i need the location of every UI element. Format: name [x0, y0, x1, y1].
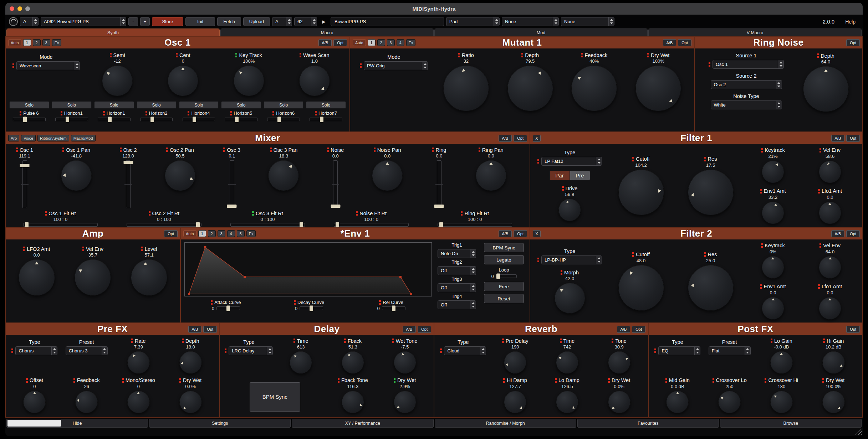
knob-dial[interactable] — [803, 66, 849, 112]
play-button[interactable]: ▶ — [319, 17, 328, 26]
knob-dial[interactable] — [61, 160, 92, 191]
knob-dial[interactable] — [504, 351, 526, 374]
osc3-level-slider[interactable] — [230, 160, 234, 208]
knob-dial[interactable] — [558, 199, 581, 221]
bottombar-favourites[interactable]: Favourites — [577, 419, 719, 428]
filter2-opt-button[interactable]: Opt — [846, 230, 860, 237]
env1-tab-3[interactable]: 3 — [218, 230, 225, 237]
mod-slot1-select[interactable]: None — [502, 17, 559, 26]
reverb-type-select[interactable]: Cloud — [444, 346, 486, 355]
knob-dial[interactable] — [75, 259, 111, 296]
knob-dial[interactable] — [822, 351, 845, 374]
attack-curve-slider[interactable] — [216, 306, 240, 310]
bottombar-randomise-morph[interactable]: Randomise / Morph — [435, 419, 576, 428]
knob-dial[interactable] — [127, 391, 150, 413]
mutant1-ab-button[interactable]: A/B — [663, 39, 676, 46]
postfx-preset-select[interactable]: Flat — [709, 346, 751, 355]
knob-dial[interactable] — [635, 66, 681, 111]
upload-button[interactable]: Upload — [243, 17, 270, 26]
knob-dial[interactable] — [168, 66, 198, 96]
patch-select[interactable]: A062: BowedPPG PS — [41, 17, 126, 26]
osc1-tab-1[interactable]: 1 — [23, 39, 31, 46]
knob-dial[interactable] — [179, 351, 202, 374]
osc1-route-slider[interactable] — [23, 223, 98, 227]
knob-dial[interactable] — [179, 391, 202, 413]
filter2-x-button[interactable]: X — [533, 230, 541, 237]
knob-dial[interactable] — [23, 391, 46, 413]
prefx-type-select[interactable]: Chorus — [15, 346, 57, 355]
reverb-opt-button[interactable]: Opt — [632, 326, 645, 333]
knob-dial[interactable] — [666, 391, 689, 413]
knob-dial[interactable] — [822, 391, 845, 413]
mutant1-tab-3[interactable]: 3 — [387, 39, 395, 46]
noise-type-select[interactable]: White — [711, 100, 782, 109]
tab-vmacro[interactable]: V-Macro — [648, 29, 862, 36]
wave6-solo-button[interactable]: Solo — [221, 101, 261, 109]
env1-reset-button[interactable]: Reset — [484, 294, 524, 303]
wave2-solo-button[interactable]: Solo — [52, 101, 92, 109]
wave4-slider[interactable] — [140, 118, 173, 121]
prefx-ab-button[interactable]: A/B — [188, 326, 202, 333]
knob-dial[interactable] — [819, 297, 841, 320]
osc2-level-slider[interactable] — [126, 160, 131, 208]
knob-dial[interactable] — [19, 259, 55, 296]
bottombar-settings[interactable]: Settings — [149, 419, 291, 428]
knob-dial[interactable] — [762, 297, 784, 320]
wave7-solo-button[interactable]: Solo — [264, 101, 303, 109]
mixer-tab-macro-mod[interactable]: Macro/Mod — [71, 135, 96, 141]
wave6-slider[interactable] — [225, 118, 257, 121]
knob-dial[interactable] — [75, 391, 98, 413]
source1-select[interactable]: Osc 1 — [713, 60, 784, 69]
noise-route-slider[interactable] — [334, 223, 408, 227]
knob-dial[interactable] — [131, 259, 167, 296]
bottombar-xy-performance[interactable]: XY / Performance — [292, 419, 433, 428]
knob-dial[interactable] — [342, 351, 364, 374]
filter1-pre-button[interactable]: Pre — [570, 171, 590, 180]
filter1-type-select[interactable]: LP Fat12 — [541, 157, 602, 166]
source2-select[interactable]: Osc 2 — [711, 80, 782, 89]
mutant1-opt-button[interactable]: Opt — [678, 39, 691, 46]
mutant1-tab-2[interactable]: 2 — [377, 39, 385, 46]
env1-legato-button[interactable]: Legato — [484, 255, 524, 264]
mixer-tab-ribbon-system[interactable]: Ribbon/System — [37, 135, 69, 141]
delay-ab-button[interactable]: A/B — [403, 326, 416, 333]
wave1-solo-button[interactable]: Solo — [9, 101, 49, 109]
osc1-tab-ex[interactable]: Ex — [52, 39, 62, 46]
knob-dial[interactable] — [165, 160, 195, 191]
tab-macro[interactable]: Macro — [220, 29, 434, 36]
knob-dial[interactable] — [618, 265, 664, 311]
filter1-opt-button[interactable]: Opt — [846, 135, 860, 142]
mutant1-tab-auto[interactable]: Auto — [353, 39, 366, 46]
mixer-ab-button[interactable]: A/B — [499, 135, 512, 142]
knob-dial[interactable] — [102, 66, 133, 96]
knob-dial[interactable] — [394, 391, 416, 413]
tab-synth[interactable]: Synth — [6, 29, 220, 36]
knob-dial[interactable] — [556, 391, 578, 413]
env1-free-button[interactable]: Free — [484, 282, 524, 291]
knob-dial[interactable] — [770, 351, 793, 374]
wave3-solo-button[interactable]: Solo — [94, 101, 134, 109]
delay-type-select[interactable]: LRC Delay — [229, 346, 273, 355]
filter2-ab-button[interactable]: A/B — [831, 230, 845, 237]
postfx-type-select[interactable]: EQ — [658, 346, 700, 355]
knob-dial[interactable] — [571, 66, 617, 111]
wave5-slider[interactable] — [183, 118, 215, 121]
noise-level-slider[interactable] — [333, 160, 338, 208]
prefx-preset-select[interactable]: Chorus 3 — [66, 346, 108, 355]
wave4-solo-button[interactable]: Solo — [137, 101, 177, 109]
knob-dial[interactable] — [342, 391, 364, 413]
bank-select[interactable]: A — [20, 17, 39, 26]
bottombar-browse[interactable]: Browse — [720, 419, 862, 428]
midi-bank-select[interactable]: A — [272, 17, 292, 26]
knob-dial[interactable] — [299, 66, 330, 96]
knob-dial[interactable] — [819, 161, 841, 183]
ring-route-slider[interactable] — [438, 223, 512, 227]
reverb-ab-button[interactable]: A/B — [617, 326, 630, 333]
knob-dial[interactable] — [556, 351, 578, 374]
patch-name-field[interactable]: BowedPPG PS — [331, 17, 444, 26]
knob-dial[interactable] — [372, 160, 403, 191]
prefx-opt-button[interactable]: Opt — [203, 326, 217, 333]
env1-ab-button[interactable]: A/B — [499, 230, 512, 237]
midi-number-select[interactable]: 62 — [294, 17, 317, 26]
init-button[interactable]: Init — [185, 17, 215, 26]
